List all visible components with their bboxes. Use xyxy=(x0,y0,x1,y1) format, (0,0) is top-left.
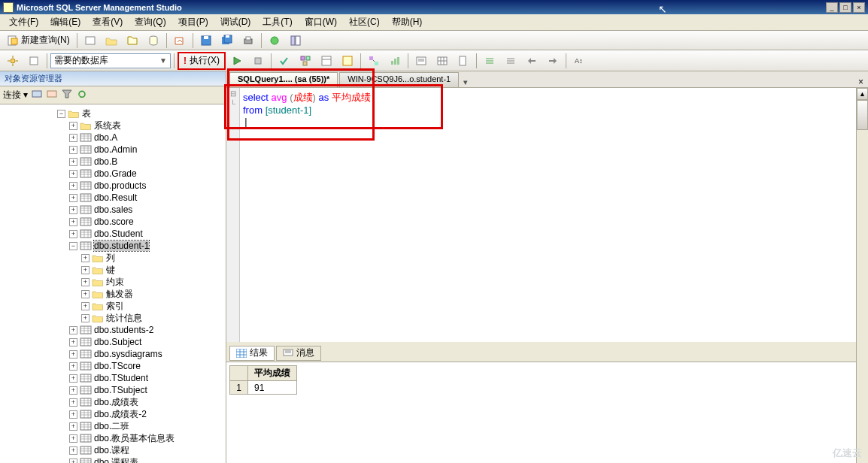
tb-stop-button[interactable] xyxy=(248,53,268,69)
tb-open-file-button[interactable] xyxy=(170,32,190,49)
menu-view[interactable]: 查看(V) xyxy=(88,14,127,30)
tb-print-button[interactable] xyxy=(238,32,258,49)
results-tab[interactable]: 结果 xyxy=(229,346,275,361)
tree-node-student-1[interactable]: − dbo.student-1 xyxy=(0,240,226,252)
tb-results-grid-button[interactable] xyxy=(432,53,452,69)
tb-debug-button[interactable] xyxy=(227,53,247,69)
expand-icon[interactable]: + xyxy=(69,230,77,238)
tab-student1-data[interactable]: WIN-9CSQ9J6...o.student-1 xyxy=(339,72,459,87)
tree-node-table[interactable]: +dbo.教员基本信息表 xyxy=(0,432,226,444)
table-row[interactable]: 1 91 xyxy=(230,381,297,395)
tree-node-table[interactable]: +dbo.课程表 xyxy=(0,456,226,463)
tree-node-table[interactable]: +dbo.B xyxy=(0,156,226,168)
expand-icon[interactable]: + xyxy=(69,350,77,359)
expand-icon[interactable]: + xyxy=(69,446,77,455)
scroll-thumb[interactable] xyxy=(857,100,868,130)
tree-node-table[interactable]: +dbo.Result xyxy=(0,192,226,204)
collapse-icon[interactable]: − xyxy=(69,242,77,250)
tree-node-subfolder[interactable]: +统计信息 xyxy=(0,312,226,324)
expand-icon[interactable]: + xyxy=(81,254,90,262)
collapse-icon[interactable]: − xyxy=(57,110,65,118)
database-selector[interactable]: 需要的数据库 ▼ xyxy=(50,53,171,68)
tree-node-table[interactable]: +dbo.成绩表-2 xyxy=(0,408,226,420)
tree-node-table[interactable]: +dbo.sales xyxy=(0,204,226,216)
expand-icon[interactable]: + xyxy=(69,398,77,407)
tb-comment-button[interactable] xyxy=(480,53,499,69)
col-header[interactable]: 平均成绩 xyxy=(248,366,297,381)
execute-button[interactable]: ! 执行(X) xyxy=(178,52,226,70)
new-query-button[interactable]: 新建查询(N) xyxy=(3,32,74,49)
tb-results-text-button[interactable] xyxy=(411,53,431,69)
expand-icon[interactable]: + xyxy=(69,194,77,202)
menu-edit[interactable]: 编辑(E) xyxy=(46,14,85,30)
expand-icon[interactable]: + xyxy=(69,326,77,334)
tb-connection-button[interactable] xyxy=(3,53,23,69)
tree-node-table[interactable]: +dbo.TSubject xyxy=(0,384,226,396)
expand-icon[interactable]: + xyxy=(81,302,90,310)
tb-specify-values-button[interactable]: A↕ xyxy=(569,53,589,69)
expand-icon[interactable]: + xyxy=(69,182,77,190)
expand-icon[interactable]: + xyxy=(69,158,77,166)
expand-icon[interactable]: + xyxy=(69,146,77,154)
tree-node-system-tables[interactable]: + 系统表 xyxy=(0,120,226,132)
tree-node-table[interactable]: +dbo.products xyxy=(0,180,226,192)
tree-node-table[interactable]: +dbo.Student xyxy=(0,228,226,240)
expand-icon[interactable]: + xyxy=(69,206,77,214)
tb-save-button[interactable] xyxy=(196,32,216,49)
sql-editor[interactable]: select avg (成绩) as 平均成绩 from [student-1]… xyxy=(240,88,868,342)
tb-database-button[interactable] xyxy=(144,32,163,49)
tree-node-table[interactable]: +dbo.Admin xyxy=(0,144,226,156)
obj-tool-1[interactable] xyxy=(31,88,43,102)
expand-icon[interactable]: + xyxy=(69,362,77,371)
expand-icon[interactable]: + xyxy=(69,434,77,443)
tb-open-button[interactable] xyxy=(123,32,142,49)
expand-icon[interactable]: + xyxy=(69,122,77,130)
expand-icon[interactable]: + xyxy=(81,314,90,322)
tree-node-table[interactable]: +dbo.课程 xyxy=(0,444,226,456)
tree-node-table[interactable]: +dbo.sysdiagrams xyxy=(0,348,226,360)
expand-icon[interactable]: + xyxy=(69,422,77,431)
tree-node-subfolder[interactable]: +约束 xyxy=(0,276,226,288)
tb-indent-button[interactable] xyxy=(522,53,542,69)
menu-window[interactable]: 窗口(W) xyxy=(300,14,341,30)
tree-node-table[interactable]: +dbo.成绩表 xyxy=(0,396,226,408)
tb-change-connection-button[interactable] xyxy=(24,53,44,69)
tree-node-tables[interactable]: − 表 xyxy=(0,107,226,120)
tree-node-subfolder[interactable]: +触发器 xyxy=(0,288,226,300)
tb-new-folder-button[interactable] xyxy=(102,32,121,49)
tree-node-table[interactable]: +dbo.A xyxy=(0,132,226,144)
tb-save-all-button[interactable] xyxy=(217,32,237,49)
tree[interactable]: − 表 + 系统表 +dbo.A+dbo.Admin+dbo.B+dbo.Gra… xyxy=(0,104,226,463)
tree-node-table[interactable]: +dbo.score xyxy=(0,216,226,228)
tb-outdent-button[interactable] xyxy=(543,53,563,69)
tree-node-subfolder[interactable]: +索引 xyxy=(0,300,226,312)
tb-estimated-plan-button[interactable] xyxy=(296,53,315,69)
tb-uncomment-button[interactable] xyxy=(501,53,520,69)
menu-project[interactable]: 项目(P) xyxy=(174,14,213,30)
expand-icon[interactable]: + xyxy=(81,290,90,298)
menu-help[interactable]: 帮助(H) xyxy=(387,14,427,30)
obj-tool-refresh[interactable] xyxy=(76,88,88,102)
tb-parse-button[interactable] xyxy=(275,53,294,69)
tb-results-file-button[interactable] xyxy=(454,53,473,69)
minimize-button[interactable]: _ xyxy=(826,2,838,13)
tree-node-table[interactable]: +dbo.二班 xyxy=(0,420,226,432)
messages-tab[interactable]: 消息 xyxy=(276,346,321,361)
scroll-up-button[interactable]: ▲ xyxy=(857,88,868,100)
menu-tools[interactable]: 工具(T) xyxy=(258,14,296,30)
tab-close-button[interactable]: × xyxy=(858,77,863,87)
tb-query-options-button[interactable] xyxy=(317,53,336,69)
expand-icon[interactable]: + xyxy=(69,410,77,419)
menu-file[interactable]: 文件(F) xyxy=(5,14,43,30)
close-button[interactable]: × xyxy=(853,2,865,13)
tree-node-table[interactable]: +dbo.students-2 xyxy=(0,324,226,336)
tree-node-subfolder[interactable]: +键 xyxy=(0,264,226,276)
connect-button[interactable]: 连接 ▾ xyxy=(3,89,28,101)
expand-icon[interactable]: + xyxy=(69,170,77,178)
tb-include-stats-button[interactable] xyxy=(385,53,405,69)
tree-node-table[interactable]: +dbo.TStudent xyxy=(0,372,226,384)
expand-icon[interactable]: + xyxy=(69,386,77,395)
expand-icon[interactable]: + xyxy=(69,218,77,226)
tree-node-table[interactable]: +dbo.TScore xyxy=(0,360,226,372)
obj-tool-filter[interactable] xyxy=(61,88,73,102)
